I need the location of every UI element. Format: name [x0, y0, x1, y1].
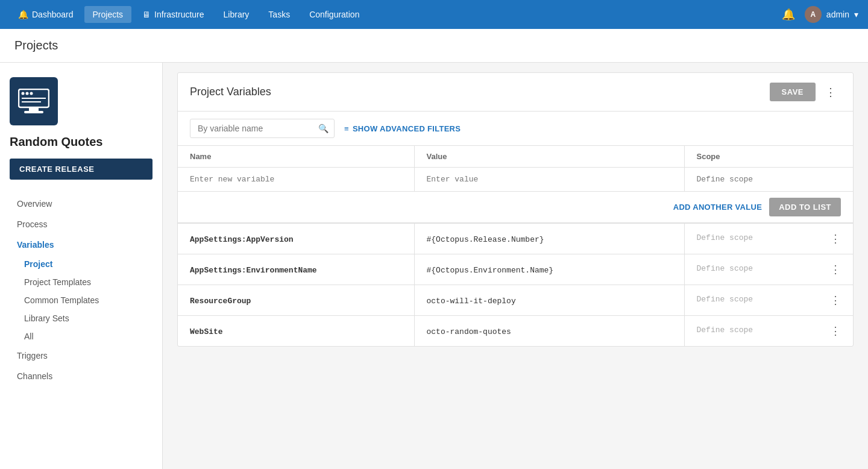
var-value-cell: octo-random-quotes: [414, 316, 684, 347]
nav-item-library[interactable]: Library: [215, 6, 258, 23]
variables-table: Name Value Scope: [178, 146, 853, 346]
dashboard-icon: 🔔: [18, 10, 28, 19]
search-wrapper: 🔍: [190, 119, 335, 138]
new-variable-row: [178, 168, 853, 192]
new-variable-name-input[interactable]: [178, 168, 414, 191]
action-buttons: ADD ANOTHER VALUE ADD TO LIST: [190, 198, 841, 216]
content-area: Random Quotes CREATE RELEASE Overview Pr…: [0, 63, 868, 469]
sidebar-item-triggers[interactable]: Triggers: [10, 346, 153, 365]
sidebar-item-process[interactable]: Process: [10, 215, 153, 234]
var-name-cell: WebSite: [178, 316, 414, 347]
nav-item-projects[interactable]: Projects: [84, 6, 132, 23]
add-to-list-button[interactable]: ADD TO LIST: [769, 198, 841, 216]
sidebar-item-variables[interactable]: Variables: [10, 235, 153, 254]
infrastructure-icon: 🖥: [142, 10, 151, 19]
main-content: Project Variables SAVE ⋮ 🔍 ≡ SHOW ADVANC…: [163, 63, 868, 469]
more-options-button[interactable]: ⋮: [820, 83, 841, 101]
var-scope-cell: Define scope ⋮: [684, 316, 853, 347]
new-variable-value-input[interactable]: [415, 168, 684, 191]
row-more-button[interactable]: ⋮: [830, 324, 841, 338]
var-scope-cell: Define scope ⋮: [684, 254, 853, 285]
show-advanced-filters-button[interactable]: ≡ SHOW ADVANCED FILTERS: [344, 124, 461, 133]
svg-point-3: [30, 92, 33, 95]
row-more-button[interactable]: ⋮: [830, 294, 841, 307]
variables-header: Project Variables SAVE ⋮: [178, 73, 853, 112]
table-row: AppSettings:EnvironmentName #{Octopus.En…: [178, 254, 853, 285]
svg-point-1: [22, 92, 25, 95]
table-header-row: Name Value Scope: [178, 146, 853, 168]
top-navigation: 🔔 Dashboard Projects 🖥 Infrastructure Li…: [0, 0, 868, 29]
filter-icon: ≡: [344, 124, 349, 133]
sidebar-subitem-library-sets[interactable]: Library Sets: [10, 310, 153, 327]
page-container: Projects Random Quotes CREATE RELEASE: [0, 29, 868, 469]
var-value-cell: #{Octopus.Release.Number}: [414, 223, 684, 254]
var-value-cell: #{Octopus.Environment.Name}: [414, 254, 684, 285]
var-name-cell: AppSettings:AppVersion: [178, 223, 414, 254]
var-name-cell: ResourceGroup: [178, 285, 414, 316]
col-header-scope: Scope: [684, 146, 853, 168]
svg-rect-6: [29, 107, 39, 111]
action-row-cell: ADD ANOTHER VALUE ADD TO LIST: [178, 192, 853, 224]
nav-item-tasks[interactable]: Tasks: [260, 6, 298, 23]
page-header: Projects: [0, 29, 868, 63]
nav-item-infrastructure[interactable]: 🖥 Infrastructure: [134, 6, 212, 23]
filter-bar: 🔍 ≡ SHOW ADVANCED FILTERS: [178, 112, 853, 146]
sidebar-subitem-project[interactable]: Project: [10, 256, 153, 272]
new-variable-scope-input[interactable]: [685, 168, 854, 191]
sidebar-item-overview[interactable]: Overview: [10, 194, 153, 213]
chevron-down-icon: ▾: [854, 10, 858, 19]
new-variable-scope-cell: [684, 168, 853, 192]
nav-right-area: 🔔 A admin ▾: [782, 6, 858, 23]
table-row: AppSettings:AppVersion #{Octopus.Release…: [178, 223, 853, 254]
page-title: Projects: [14, 39, 854, 52]
sidebar-subitem-project-templates[interactable]: Project Templates: [10, 274, 153, 291]
save-button[interactable]: SAVE: [770, 83, 816, 101]
svg-rect-7: [24, 111, 43, 113]
table-row: ResourceGroup octo-will-it-deploy Define…: [178, 285, 853, 316]
var-value-cell: octo-will-it-deploy: [414, 285, 684, 316]
project-icon-block: [10, 77, 58, 125]
row-more-button[interactable]: ⋮: [830, 263, 841, 276]
project-name: Random Quotes: [10, 135, 153, 149]
search-input[interactable]: [190, 119, 335, 138]
sidebar-nav: Overview Process Variables Project Proje…: [10, 194, 153, 386]
add-another-value-button[interactable]: ADD ANOTHER VALUE: [673, 203, 762, 212]
search-icon: 🔍: [318, 124, 329, 133]
variables-panel-title: Project Variables: [190, 86, 770, 98]
action-row: ADD ANOTHER VALUE ADD TO LIST: [178, 192, 853, 224]
var-scope-cell: Define scope ⋮: [684, 285, 853, 316]
notification-bell-icon[interactable]: 🔔: [782, 8, 795, 21]
table-row: WebSite octo-random-quotes Define scope …: [178, 316, 853, 347]
col-header-value: Value: [414, 146, 684, 168]
variables-card: Project Variables SAVE ⋮ 🔍 ≡ SHOW ADVANC…: [177, 72, 854, 347]
var-scope-cell: Define scope ⋮: [684, 223, 853, 254]
nav-item-configuration[interactable]: Configuration: [301, 6, 368, 23]
user-menu[interactable]: A admin ▾: [805, 6, 858, 23]
sidebar-item-channels[interactable]: Channels: [10, 367, 153, 386]
col-header-name: Name: [178, 146, 414, 168]
row-more-button[interactable]: ⋮: [830, 232, 841, 245]
sidebar-subitem-all[interactable]: All: [10, 328, 153, 345]
create-release-button[interactable]: CREATE RELEASE: [10, 159, 153, 180]
new-variable-value-cell: [414, 168, 684, 192]
sidebar: Random Quotes CREATE RELEASE Overview Pr…: [0, 63, 163, 469]
new-variable-name-cell: [178, 168, 414, 192]
avatar: A: [805, 6, 822, 23]
sidebar-subitem-common-templates[interactable]: Common Templates: [10, 292, 153, 309]
svg-point-2: [26, 92, 29, 95]
nav-item-dashboard[interactable]: 🔔 Dashboard: [10, 6, 82, 23]
var-name-cell: AppSettings:EnvironmentName: [178, 254, 414, 285]
project-icon: [18, 89, 49, 114]
